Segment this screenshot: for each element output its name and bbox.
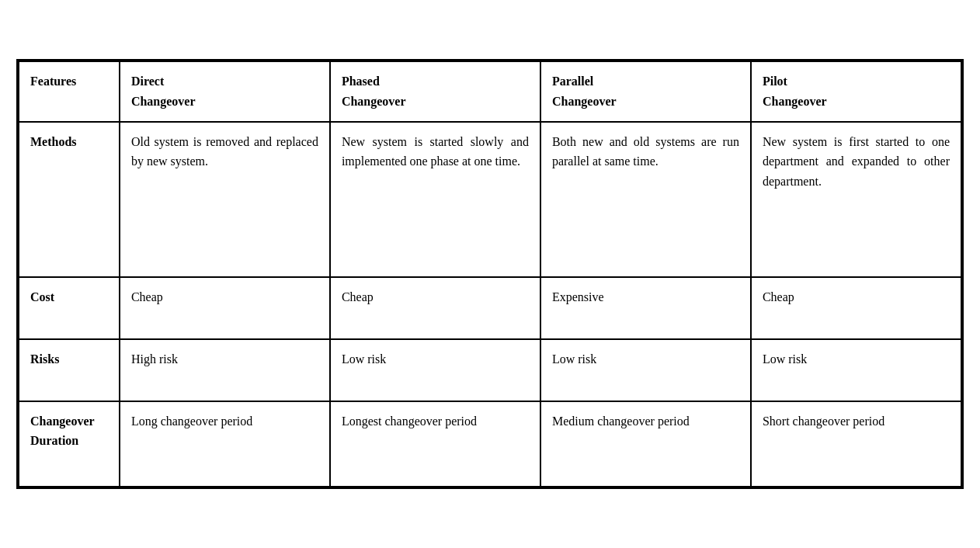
parallel-methods: Both new and old systems are run paralle… — [540, 122, 751, 277]
duration-row: Changeover Duration Long changeover peri… — [19, 401, 961, 487]
cost-row: Cost Cheap Cheap Expensive Cheap — [19, 277, 961, 339]
methods-row: Methods Old system is removed and replac… — [19, 122, 961, 277]
pilot-methods: New system is first started to one depar… — [751, 122, 961, 277]
phased-duration: Longest changeover period — [330, 401, 540, 487]
phased-risks: Low risk — [330, 339, 540, 401]
phased-line2: Changeover — [342, 95, 406, 108]
pilot-line2: Changeover — [763, 95, 827, 108]
phased-changeover-header: Phased Changeover — [330, 61, 540, 121]
parallel-line1: Parallel — [552, 75, 593, 88]
cost-label: Cost — [19, 277, 120, 339]
direct-line2: Changeover — [131, 95, 196, 108]
pilot-line1: Pilot — [763, 75, 787, 88]
parallel-line2: Changeover — [552, 95, 617, 108]
pilot-duration: Short changeover period — [751, 401, 961, 487]
features-header: Features — [19, 61, 120, 121]
risks-label: Risks — [19, 339, 120, 401]
changeover-comparison-table: Features Direct Changeover Phased Change… — [18, 61, 962, 487]
direct-risks: High risk — [120, 339, 330, 401]
parallel-changeover-header: Parallel Changeover — [540, 61, 751, 121]
duration-line2: Duration — [30, 434, 78, 447]
pilot-cost: Cheap — [751, 277, 961, 339]
risks-row: Risks High risk Low risk Low risk Low ri… — [19, 339, 961, 401]
direct-cost: Cheap — [120, 277, 330, 339]
pilot-changeover-header: Pilot Changeover — [751, 61, 961, 121]
pilot-risks: Low risk — [751, 339, 961, 401]
phased-line1: Phased — [342, 75, 380, 88]
duration-label: Changeover Duration — [19, 401, 120, 487]
comparison-table-container: Features Direct Changeover Phased Change… — [16, 59, 964, 488]
methods-label: Methods — [19, 122, 120, 277]
header-row: Features Direct Changeover Phased Change… — [19, 61, 961, 121]
direct-methods: Old system is removed and replaced by ne… — [120, 122, 330, 277]
direct-duration: Long changeover period — [120, 401, 330, 487]
direct-changeover-header: Direct Changeover — [120, 61, 330, 121]
parallel-cost: Expensive — [540, 277, 751, 339]
parallel-duration: Medium changeover period — [540, 401, 751, 487]
phased-methods: New system is started slowly and impleme… — [330, 122, 540, 277]
duration-line1: Changeover — [30, 414, 95, 428]
parallel-risks: Low risk — [540, 339, 751, 401]
direct-line1: Direct — [131, 75, 164, 88]
phased-cost: Cheap — [330, 277, 540, 339]
